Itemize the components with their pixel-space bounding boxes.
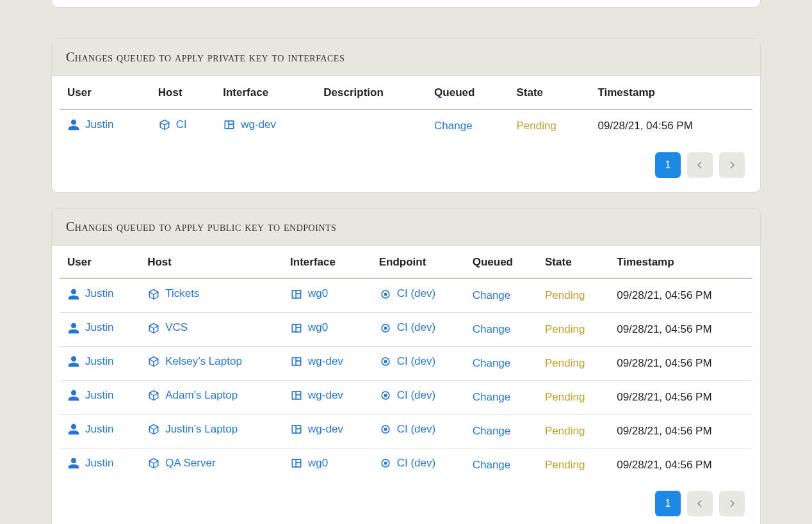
table-row: JustinCIwg-devChangePending09/28/21, 04:… (60, 109, 752, 143)
target-icon (379, 355, 392, 368)
table-row: JustinJustin’s Laptopwg-devCI (dev)Chang… (60, 415, 752, 449)
cube-icon (147, 288, 160, 301)
user-link[interactable]: Justin (67, 117, 113, 133)
state-badge: Pending (545, 391, 585, 403)
person-icon (67, 288, 80, 301)
link-text: wg-dev (308, 354, 343, 370)
host-link[interactable]: Justin’s Laptop (147, 422, 238, 438)
target-icon (379, 457, 392, 470)
endpoint-link[interactable]: CI (dev) (379, 286, 435, 302)
public-key-table: User Host Interface Endpoint Queued Stat… (60, 246, 752, 482)
endpoint-link[interactable]: CI (dev) (379, 320, 435, 336)
link-text: Justin (85, 320, 113, 336)
host-link[interactable]: VCS (147, 320, 188, 336)
user-link[interactable]: Justin (67, 456, 113, 472)
link-text: wg0 (308, 456, 328, 472)
board-icon (290, 457, 303, 470)
link-text: wg0 (308, 286, 328, 302)
page-next-button[interactable] (719, 152, 745, 178)
page-1-button[interactable]: 1 (655, 491, 681, 516)
board-icon (223, 118, 236, 131)
interface-link[interactable]: wg-dev (223, 117, 276, 133)
link-text: Justin (85, 388, 113, 404)
link-text: Justin (85, 117, 113, 133)
interface-link[interactable]: wg0 (290, 286, 328, 302)
chevron-left-icon (694, 498, 706, 509)
col-interface: Interface (215, 76, 316, 109)
user-link[interactable]: Justin (67, 354, 113, 370)
target-icon (379, 389, 392, 402)
state-badge: Pending (545, 289, 585, 301)
link-text: Tickets (165, 286, 199, 302)
page-prev-button[interactable] (687, 152, 713, 178)
link-text: wg-dev (308, 388, 343, 404)
interface-link[interactable]: wg0 (290, 320, 328, 336)
col-state: State (537, 246, 609, 279)
person-icon (67, 322, 80, 335)
table-row: JustinTicketswg0CI (dev)ChangePending09/… (60, 278, 752, 312)
endpoint-link[interactable]: CI (dev) (379, 354, 435, 370)
person-icon (67, 457, 80, 470)
col-user: User (60, 246, 140, 279)
timestamp: 09/28/21, 04:56 PM (609, 415, 752, 449)
cube-icon (147, 355, 160, 368)
host-link[interactable]: Kelsey’s Laptop (147, 354, 242, 370)
user-link[interactable]: Justin (67, 286, 113, 302)
page-1-button[interactable]: 1 (655, 152, 681, 178)
board-icon (290, 423, 303, 436)
link-text: Justin (85, 456, 113, 472)
link-text: CI (dev) (397, 286, 435, 302)
state-badge: Pending (545, 323, 585, 335)
interface-link[interactable]: wg-dev (290, 388, 343, 404)
chevron-right-icon (726, 159, 738, 171)
user-link[interactable]: Justin (67, 320, 113, 336)
host-link[interactable]: QA Server (147, 456, 215, 472)
cube-icon (147, 389, 160, 402)
interface-link[interactable]: wg-dev (290, 422, 343, 438)
page-prev-button[interactable] (687, 491, 713, 516)
queued-link[interactable]: Change (434, 118, 473, 134)
board-icon (290, 355, 303, 368)
endpoint-link[interactable]: CI (dev) (379, 388, 435, 404)
col-endpoint: Endpoint (371, 246, 465, 279)
link-text: wg-dev (241, 117, 276, 133)
link-text: Adam’s Laptop (165, 388, 238, 404)
person-icon (67, 389, 80, 402)
user-link[interactable]: Justin (67, 388, 113, 404)
interface-link[interactable]: wg0 (290, 456, 328, 472)
person-icon (67, 423, 80, 436)
timestamp: 09/28/21, 04:56 PM (609, 347, 752, 381)
interface-link[interactable]: wg-dev (290, 354, 343, 370)
table-row: JustinQA Serverwg0CI (dev)ChangePending0… (60, 449, 752, 482)
page-next-button[interactable] (719, 491, 745, 516)
queued-link[interactable]: Change (473, 390, 511, 406)
private-key-table: User Host Interface Description Queued S… (60, 76, 752, 143)
queued-link[interactable]: Change (473, 288, 511, 304)
col-user: User (60, 76, 150, 109)
queued-link[interactable]: Change (473, 356, 511, 372)
queued-link[interactable]: Change (473, 322, 511, 338)
host-link[interactable]: CI (158, 117, 187, 133)
link-text: CI (dev) (397, 456, 435, 472)
queued-link[interactable]: Change (473, 424, 511, 440)
previous-card-fragment (51, 0, 761, 8)
timestamp: 09/28/21, 04:56 PM (609, 381, 752, 415)
user-link[interactable]: Justin (67, 422, 113, 438)
private-key-changes-card: Changes queued to apply private key to i… (51, 38, 761, 193)
cube-icon (147, 322, 160, 335)
link-text: Justin’s Laptop (165, 422, 238, 438)
host-link[interactable]: Adam’s Laptop (147, 388, 238, 404)
host-link[interactable]: Tickets (147, 286, 199, 302)
endpoint-link[interactable]: CI (dev) (379, 422, 435, 438)
board-icon (290, 288, 303, 301)
timestamp: 09/28/21, 04:56 PM (609, 278, 752, 312)
state-badge: Pending (545, 459, 585, 471)
link-text: Kelsey’s Laptop (165, 354, 242, 370)
queued-link[interactable]: Change (473, 457, 511, 473)
link-text: Justin (85, 354, 113, 370)
board-icon (290, 322, 303, 335)
state-badge: Pending (545, 425, 585, 437)
link-text: CI (dev) (397, 320, 435, 336)
col-timestamp: Timestamp (609, 246, 752, 279)
endpoint-link[interactable]: CI (dev) (379, 456, 435, 472)
